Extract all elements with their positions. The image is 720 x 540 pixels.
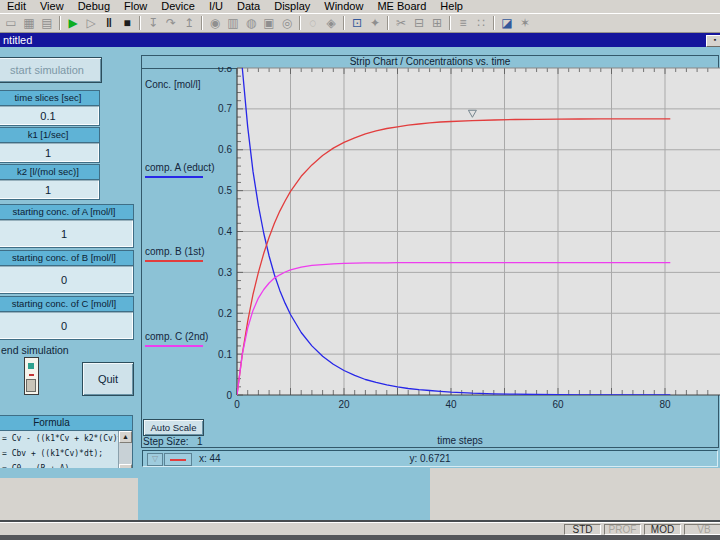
control-value[interactable]: 1 [0,220,133,247]
y-tick-label: 0.2 [218,308,232,319]
open-icon[interactable]: ▭ [2,15,20,31]
y-tick-label: 0.8 [218,67,232,74]
panel-edge [0,468,138,478]
y-tick-label: 0.5 [218,185,232,196]
toolbar-separator [139,16,141,30]
formula-line: = Cv - ((k1*Cv + k2*(Cv)^2)* [2,431,119,446]
menu-item-window[interactable]: Window [317,0,370,13]
menu-item-display[interactable]: Display [267,0,317,13]
copy-icon[interactable]: ⊟ [410,15,428,31]
window-restore-button[interactable]: ▪ [706,35,720,47]
highlight-execution-icon[interactable]: ◉ [206,15,224,31]
toggle-on-mark [28,363,34,369]
menu-item-data[interactable]: Data [230,0,267,13]
legend-label: comp. A (educt) [145,162,214,173]
control-starting-conc-of-c-mol-l: starting conc. of C [mol/l]0 [0,296,134,340]
image-icon[interactable]: ◪ [498,15,516,31]
menu-item-debug[interactable]: Debug [71,0,117,13]
probe-icon[interactable]: ◍ [242,15,260,31]
x-tick-label: 60 [552,399,564,410]
control-label: starting conc. of A [mol/l] [0,205,133,220]
distribute-icon[interactable]: ∷ [472,15,490,31]
x-tick-label: 40 [445,399,457,410]
cut-icon[interactable]: ✂ [392,15,410,31]
toolbar-separator [59,16,61,30]
control-value[interactable]: 0.1 [0,106,99,125]
legend-label: comp. B (1st) [145,246,204,257]
options-icon[interactable]: ✦ [366,15,384,31]
control-label: k2 [l/(mol sec)] [0,165,99,180]
align-icon[interactable]: ≡ [454,15,472,31]
formula-title: Formula [0,416,132,431]
taskbar-strip [0,535,720,540]
window-title-bar[interactable]: ntitled [0,33,720,47]
control-value[interactable]: 1 [0,180,99,199]
control-label: time slices [sec] [0,91,99,106]
menu-item-device[interactable]: Device [154,0,202,13]
toolbar-separator [299,16,301,30]
start-simulation-button[interactable]: start simulation [0,57,102,83]
menu-item-view[interactable]: View [33,0,71,13]
find-icon[interactable]: ◌ [304,15,322,31]
y-tick-label: 0.4 [218,226,232,237]
menu-item-help[interactable]: Help [433,0,470,13]
legend-item-comp-c-2nd: comp. C (2nd) [145,331,208,347]
auto-scale-button[interactable]: Auto Scale [143,419,204,436]
status-mode-vb: VB [684,524,720,535]
scroll-up-icon[interactable]: ▲ [119,431,132,443]
save-icon[interactable]: ▦ [20,15,38,31]
properties-icon[interactable]: ⊡ [348,15,366,31]
toolbar-separator [493,16,495,30]
board-icon[interactable]: ▣ [260,15,278,31]
end-simulation-toggle[interactable] [24,357,39,395]
control-value[interactable]: 0 [0,312,133,339]
cursor-line-sample[interactable] [164,453,192,466]
menu-item-me-board[interactable]: ME Board [370,0,433,13]
x-tick-label: 0 [234,399,240,410]
toolbar-separator [387,16,389,30]
run-icon[interactable]: ▶ [64,15,82,31]
control-label: starting conc. of B [mol/l] [0,251,133,266]
x-axis-label: time steps [395,435,525,446]
control-k1-1-sec: k1 [1/sec]1 [0,127,100,163]
control-label: k1 [1/sec] [0,128,99,143]
y-tick-label: 0 [226,390,232,401]
legend-line-sample [145,176,203,178]
find-next-icon[interactable]: ◈ [322,15,340,31]
toggle-off-mark [29,374,34,376]
step-out-icon[interactable]: ↥ [180,15,198,31]
y-axis-label: Conc. [mol/l] [145,79,201,90]
control-starting-conc-of-a-mol-l: starting conc. of A [mol/l]1 [0,204,134,248]
menu-item-edit[interactable]: Edit [0,0,33,13]
datalog-icon[interactable]: ▥ [224,15,242,31]
toggle-knob[interactable] [26,379,36,392]
stop-icon[interactable]: ■ [118,15,136,31]
menu-bar: EditViewDebugFlowDeviceI/UDataDisplayWin… [0,0,720,13]
status-mode-prof: PROF [604,524,641,535]
description-panel: Conc. course of a competitive parallelre… [138,468,430,520]
pause-icon[interactable]: ‖ [100,15,118,31]
gear-icon[interactable]: ✶ [516,15,534,31]
run-continuous-icon[interactable]: ▷ [82,15,100,31]
web-icon[interactable]: ◎ [278,15,296,31]
toolbar-separator [343,16,345,30]
control-value[interactable]: 1 [0,143,99,162]
quit-button[interactable]: Quit [82,362,134,396]
x-tick-label: 20 [338,399,350,410]
plot-svg[interactable]: 0204060800.80.70.60.50.40.30.20.10 [141,67,720,412]
control-time-slices-sec: time slices [sec]0.1 [0,90,100,126]
print-icon[interactable]: ▤ [38,15,56,31]
menu-item-i-u[interactable]: I/U [202,0,230,13]
step-size-value[interactable]: 1 [197,436,203,447]
toolbar-separator [201,16,203,30]
paste-icon[interactable]: ⊞ [428,15,446,31]
cursor-x-readout: x: 44 [199,453,221,464]
formula-line: = Cbv + ((k1*Cv)*dt); [2,446,119,461]
cursor-marker-icon[interactable]: ▽ [147,453,163,466]
control-value[interactable]: 0 [0,266,133,293]
toolbar-separator [449,16,451,30]
menu-item-flow[interactable]: Flow [117,0,154,13]
legend-line-sample [145,260,203,262]
step-into-icon[interactable]: ↧ [144,15,162,31]
step-over-icon[interactable]: ↷ [162,15,180,31]
